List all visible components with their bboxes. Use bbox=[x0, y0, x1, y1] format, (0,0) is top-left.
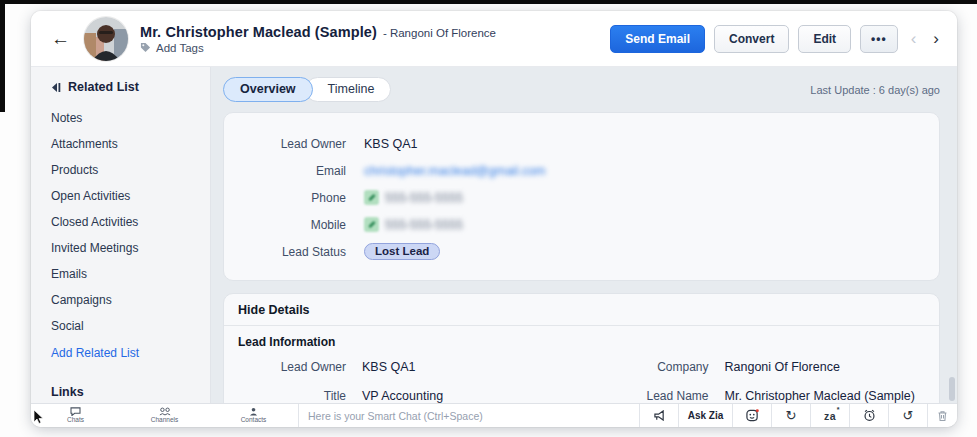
next-record-icon[interactable]: › bbox=[929, 30, 943, 47]
email-link-blurred[interactable]: christopher.maclead@gmail.com bbox=[364, 164, 546, 178]
field-label: Lead Status bbox=[224, 245, 346, 259]
field-label: Company bbox=[579, 360, 709, 374]
ask-zia-button[interactable]: Ask Zia bbox=[678, 404, 732, 427]
lead-name-value: Mr. Christopher Maclead (Sample) bbox=[725, 389, 926, 403]
record-header: ← Mr. Christopher Maclead (Sample) - Ran… bbox=[31, 11, 957, 67]
header-actions: Send Email Convert Edit ••• ‹ › bbox=[610, 25, 943, 53]
channels-label: Channels bbox=[151, 416, 178, 423]
screen-left-edge bbox=[0, 0, 5, 112]
chats-button[interactable]: Chats bbox=[31, 404, 120, 427]
zia-button[interactable]: za* bbox=[810, 404, 849, 427]
last-update-text: Last Update : 6 day(s) ago bbox=[810, 84, 940, 96]
view-tabs: Overview Timeline Last Update : 6 day(s)… bbox=[223, 77, 940, 102]
business-card-summary: Lead Owner KBS QA1 Email christopher.mac… bbox=[223, 112, 940, 281]
edit-button[interactable]: Edit bbox=[798, 25, 851, 53]
header-titles: Mr. Christopher Maclead (Sample) - Rango… bbox=[140, 24, 496, 54]
lead-information-title: Lead Information bbox=[238, 335, 925, 349]
announcements-button[interactable] bbox=[639, 404, 678, 427]
field-label: Lead Owner bbox=[224, 137, 346, 151]
add-related-list-link[interactable]: Add Related List bbox=[51, 339, 200, 367]
tab-timeline[interactable]: Timeline bbox=[305, 77, 392, 102]
smart-chat-input[interactable] bbox=[308, 410, 639, 422]
sidebar-item-emails[interactable]: Emails bbox=[51, 261, 200, 287]
previous-record-icon[interactable]: ‹ bbox=[907, 30, 921, 47]
tab-overview[interactable]: Overview bbox=[223, 77, 313, 102]
field-label: Title bbox=[238, 389, 346, 403]
reminders-button[interactable] bbox=[849, 404, 888, 427]
lead-company: - Rangoni Of Florence bbox=[383, 27, 496, 39]
lead-owner-value: KBS QA1 bbox=[362, 360, 563, 374]
field-label: Email bbox=[224, 164, 346, 178]
screen-top-edge bbox=[0, 0, 977, 4]
record-main-panel: Overview Timeline Last Update : 6 day(s)… bbox=[211, 67, 957, 403]
summary-row-lead-owner: Lead Owner KBS QA1 bbox=[224, 130, 939, 157]
person-icon bbox=[249, 407, 258, 416]
summary-row-mobile: Mobile 555-555-5555 bbox=[224, 211, 939, 238]
more-actions-button[interactable]: ••• bbox=[860, 25, 898, 53]
summary-row-email: Email christopher.maclead@gmail.com bbox=[224, 157, 939, 184]
summary-row-lead-status: Lead Status Lost Lead bbox=[224, 238, 939, 265]
contacts-label: Contacts bbox=[241, 416, 267, 423]
details-card: Hide Details Lead Information Lead Owner… bbox=[223, 293, 940, 403]
record-body: Related List Notes Attachments Products … bbox=[31, 67, 957, 403]
contacts-button[interactable]: Contacts bbox=[209, 404, 298, 427]
collapse-panel-icon bbox=[51, 82, 61, 93]
lead-information-section: Lead Information Lead Owner KBS QA1 Comp… bbox=[224, 326, 939, 403]
sidebar-item-invited-meetings[interactable]: Invited Meetings bbox=[51, 235, 200, 261]
add-tags-label: Add Tags bbox=[156, 42, 204, 54]
lead-avatar[interactable] bbox=[84, 17, 128, 61]
sidebar-item-social[interactable]: Social bbox=[51, 313, 200, 339]
history-icon: ↺ bbox=[903, 408, 914, 423]
smiley-feedback-icon bbox=[746, 409, 759, 422]
summary-row-phone: Phone 555-555-5555 bbox=[224, 184, 939, 211]
recycle-bin-button[interactable] bbox=[927, 404, 957, 427]
hide-details-toggle[interactable]: Hide Details bbox=[224, 294, 939, 326]
alarm-clock-icon bbox=[863, 409, 876, 422]
mouse-cursor bbox=[33, 410, 44, 424]
smart-chat-input-wrap bbox=[298, 404, 639, 427]
sidebar-item-closed-activities[interactable]: Closed Activities bbox=[51, 209, 200, 235]
sidebar-item-attachments[interactable]: Attachments bbox=[51, 131, 200, 157]
megaphone-icon bbox=[653, 410, 666, 421]
bottom-toolbar: Ask Zia ↻ za* bbox=[639, 404, 957, 427]
history-button[interactable]: ↺ bbox=[888, 404, 927, 427]
company-value: Rangoni Of Florence bbox=[725, 360, 926, 374]
feedback-button[interactable] bbox=[732, 404, 771, 427]
tag-icon bbox=[140, 42, 151, 53]
replay-button[interactable]: ↻ bbox=[771, 404, 810, 427]
related-list-title: Related List bbox=[68, 80, 139, 94]
related-list-sidebar: Related List Notes Attachments Products … bbox=[31, 67, 211, 403]
related-list-header[interactable]: Related List bbox=[51, 80, 200, 94]
sidebar-item-products[interactable]: Products bbox=[51, 157, 200, 183]
field-label: Phone bbox=[224, 191, 346, 205]
avatar-photo bbox=[84, 17, 128, 61]
lead-owner-value: KBS QA1 bbox=[364, 137, 418, 151]
field-label: Lead Name bbox=[579, 389, 709, 403]
zia-icon: za* bbox=[824, 410, 836, 422]
chats-label: Chats bbox=[67, 416, 84, 423]
send-email-button[interactable]: Send Email bbox=[610, 25, 705, 53]
back-arrow-icon[interactable]: ← bbox=[51, 29, 70, 48]
trash-icon bbox=[937, 410, 948, 422]
title-value: VP Accounting bbox=[362, 389, 563, 403]
field-label: Lead Owner bbox=[238, 360, 346, 374]
links-section-title: Links bbox=[51, 381, 200, 403]
people-group-icon bbox=[159, 407, 171, 416]
sidebar-item-campaigns[interactable]: Campaigns bbox=[51, 287, 200, 313]
lead-name: Mr. Christopher Maclead (Sample) bbox=[140, 24, 377, 40]
lead-status-badge[interactable]: Lost Lead bbox=[364, 243, 440, 260]
smart-chat-bar: Chats Channels Contacts bbox=[31, 403, 957, 427]
mobile-number-blurred: 555-555-5555 bbox=[385, 218, 463, 232]
sidebar-item-open-activities[interactable]: Open Activities bbox=[51, 183, 200, 209]
crm-lead-window: ← Mr. Christopher Maclead (Sample) - Ran… bbox=[31, 11, 957, 427]
vertical-scrollbar-thumb[interactable] bbox=[949, 377, 955, 401]
convert-button[interactable]: Convert bbox=[714, 25, 789, 53]
channels-button[interactable]: Channels bbox=[120, 404, 209, 427]
field-label: Mobile bbox=[224, 218, 346, 232]
chat-bubble-icon bbox=[70, 407, 81, 416]
loop-arrow-icon: ↻ bbox=[786, 408, 797, 423]
sidebar-item-notes[interactable]: Notes bbox=[51, 105, 200, 131]
phone-call-icon[interactable] bbox=[364, 190, 379, 205]
add-tags[interactable]: Add Tags bbox=[140, 42, 496, 54]
phone-call-icon[interactable] bbox=[364, 217, 379, 232]
